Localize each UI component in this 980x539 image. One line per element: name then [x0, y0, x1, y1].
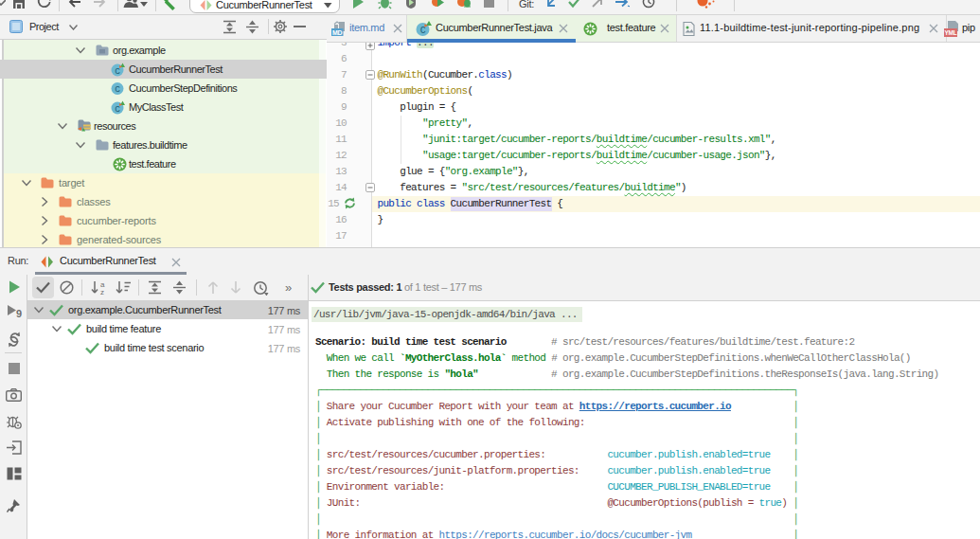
- svg-text:z: z: [100, 288, 104, 295]
- svg-text:9: 9: [16, 308, 22, 319]
- svg-text:C: C: [115, 84, 120, 95]
- svg-text:MD: MD: [332, 29, 343, 36]
- svg-text:YML: YML: [945, 29, 957, 36]
